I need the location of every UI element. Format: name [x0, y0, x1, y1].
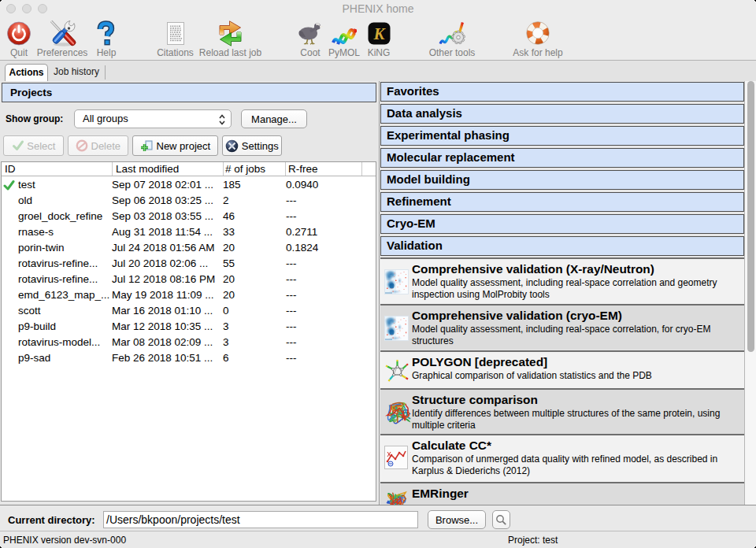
svg-text:K: K	[372, 24, 386, 43]
